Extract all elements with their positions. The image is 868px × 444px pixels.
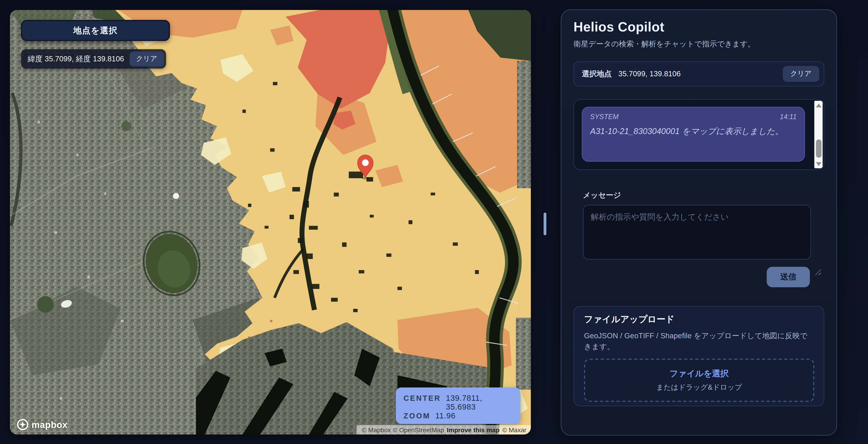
file-dropzone[interactable]: ファイルを選択 またはドラッグ&ドロップ [584,359,814,402]
map-clear-button[interactable]: クリア [129,52,164,66]
map-coordinates-bar: 緯度 35.7099, 経度 139.8106 クリア [21,50,166,69]
zoom-value: 11.96 [435,411,456,420]
chat-message: SYSTEM 14:11 A31-10-21_8303040001 をマップに表… [582,107,805,162]
map-canvas[interactable]: 地点を選択 緯度 35.7099, 経度 139.8106 クリア CENTER… [10,10,531,435]
scroll-up-icon[interactable] [814,101,823,109]
message-label: メッセージ [583,190,824,200]
dropzone-hint: またはドラッグ&ドロップ [656,382,742,392]
copilot-panel: Helios Copilot 衛星データの検索・解析をチャットで指示できます。 … [561,9,837,436]
message-time: 14:11 [780,113,797,121]
mapbox-wordmark: mapbox [31,419,67,430]
map-status-badge: CENTER 139.7811, 35.6983 ZOOM 11.96 [396,387,520,424]
upload-title: ファイルアップロード [584,314,814,325]
selected-point-row: 選択地点 35.7099, 139.8106 クリア [574,61,824,86]
message-role: SYSTEM [590,113,619,121]
send-button[interactable]: 送信 [767,267,810,287]
page-title: Helios Copilot [574,19,824,35]
choose-file-button[interactable]: ファイルを選択 [670,369,729,379]
mapbox-logo[interactable]: mapbox [17,418,67,431]
textarea-resize-grip[interactable] [815,269,821,275]
attribution-text: © Mapbox © OpenStreetMap [362,426,444,433]
chat-scrollbar[interactable] [814,101,823,168]
attribution-maxar: © Maxar [502,426,527,433]
selected-point-clear-button[interactable]: クリア [783,66,819,82]
app: 地点を選択 緯度 35.7099, 経度 139.8106 クリア CENTER… [0,0,868,444]
panel-resize-handle[interactable] [544,213,547,235]
mapbox-icon [17,418,29,431]
scroll-down-icon[interactable] [814,159,823,168]
chat-message-list[interactable]: SYSTEM 14:11 A31-10-21_8303040001 をマップに表… [574,99,824,170]
satellite-hazard-map [10,10,531,435]
message-input[interactable] [583,205,811,259]
map-attribution: © Mapbox © OpenStreetMap Improve this ma… [356,425,531,435]
map-coordinates-text: 緯度 35.7099, 経度 139.8106 [28,54,125,64]
center-label: CENTER [404,394,441,402]
select-point-button[interactable]: 地点を選択 [21,20,170,41]
selected-point-label: 選択地点 [582,69,612,79]
upload-description: GeoJSON / GeoTIFF / Shapefile をアップロードして地… [584,330,814,352]
message-text: A31-10-21_8303040001 をマップに表示しました。 [590,125,797,138]
selected-point-value: 35.7099, 139.8106 [618,70,776,78]
center-value: 139.7811, 35.6983 [446,393,513,411]
panel-subtitle: 衛星データの検索・解析をチャットで指示できます。 [574,39,824,50]
file-upload-card: ファイルアップロード GeoJSON / GeoTIFF / Shapefile… [574,306,824,406]
scrollbar-thumb[interactable] [816,139,821,158]
improve-map-link[interactable]: Improve this map [447,426,500,433]
zoom-label: ZOOM [404,412,431,420]
